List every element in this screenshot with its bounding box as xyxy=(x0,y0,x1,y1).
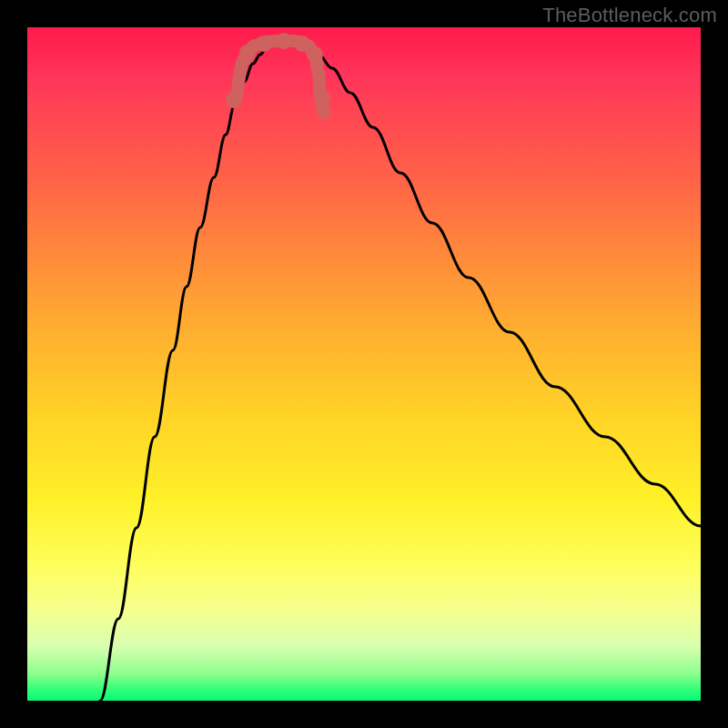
valley-dot xyxy=(314,90,330,106)
chart-container: TheBottleneck.com xyxy=(0,0,728,728)
valley-dot xyxy=(307,46,323,63)
right-curve-path xyxy=(309,49,701,526)
valley-dot xyxy=(294,35,310,52)
left-curve-path xyxy=(100,49,266,701)
valley-dot xyxy=(276,33,292,49)
valley-dot xyxy=(226,92,242,108)
watermark-text: TheBottleneck.com xyxy=(542,4,717,27)
valley-dot xyxy=(239,45,256,61)
chart-overlay-svg xyxy=(27,27,701,701)
valley-dot xyxy=(256,35,272,52)
plot-area xyxy=(27,27,701,701)
